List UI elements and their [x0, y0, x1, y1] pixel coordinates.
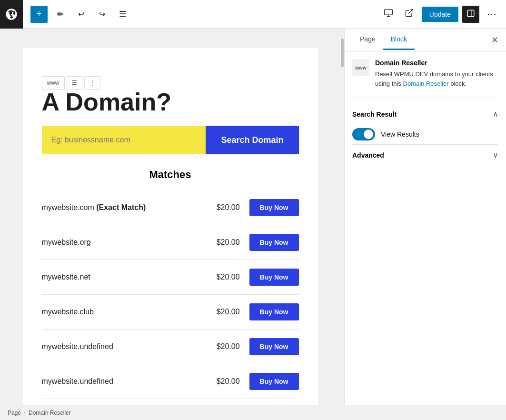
table-row: mywebsite.club $20.00 Buy Now: [42, 295, 299, 330]
search-domain-button[interactable]: Search Domain: [206, 126, 298, 154]
block-toolbar: www ☰ ⋮: [42, 76, 100, 90]
align-icon: ☰: [72, 80, 77, 86]
block-align-button[interactable]: ☰: [67, 76, 82, 90]
table-row: mywebsite.org $20.00 Buy Now: [42, 225, 299, 260]
domain-list: mywebsite.com (Exact Match) $20.00 Buy N…: [42, 190, 299, 405]
breadcrumb-separator: ›: [24, 410, 26, 416]
breadcrumb-item: Domain Reseller: [29, 410, 71, 416]
menu-button[interactable]: ☰: [114, 6, 131, 23]
undo-icon: ↩: [78, 10, 84, 19]
add-block-button[interactable]: +: [30, 6, 48, 23]
reseller-desc: Resell WPMU DEV domains to your clients …: [375, 70, 498, 88]
edit-button[interactable]: ✏: [51, 6, 69, 23]
menu-icon: ☰: [119, 9, 127, 20]
redo-icon: ↪: [99, 10, 105, 19]
table-row: mywebsite.undefined $20.00 Buy Now: [42, 399, 299, 405]
table-row: mywebsite.com (Exact Match) $20.00 Buy N…: [42, 190, 299, 225]
toolbar: + ✏ ↩ ↪ ☰ Update ⋯: [0, 0, 506, 29]
buy-now-button[interactable]: Buy Now: [249, 234, 299, 251]
svg-rect-4: [467, 10, 474, 17]
scrollbar[interactable]: [340, 29, 344, 405]
svg-rect-0: [385, 10, 393, 15]
sidebar-close-button[interactable]: ✕: [491, 35, 498, 45]
reseller-info: Domain Reseller Resell WPMU DEV domains …: [375, 59, 498, 88]
view-button[interactable]: [380, 6, 397, 23]
domain-price: $20.00: [211, 377, 240, 386]
close-icon: ✕: [491, 35, 498, 45]
toggle-knob: [364, 130, 373, 139]
view-results-label: View Results: [381, 130, 419, 138]
table-row: mywebsite.net $20.00 Buy Now: [42, 260, 299, 295]
svg-line-3: [408, 10, 413, 14]
view-results-row: View Results: [352, 124, 498, 144]
breadcrumb-page: Page: [8, 410, 21, 416]
table-row: mywebsite.undefined $20.00 Buy Now: [42, 364, 299, 399]
advanced-title: Advanced: [352, 151, 493, 159]
wp-logo: [0, 0, 23, 29]
domain-name: mywebsite.net: [42, 273, 211, 281]
domain-input[interactable]: [42, 126, 206, 154]
sidebar-content: www Domain Reseller Resell WPMU DEV doma…: [345, 51, 506, 405]
more-options-button[interactable]: ⋯: [483, 6, 500, 23]
search-result-title: Search Result: [352, 110, 493, 118]
buy-now-button[interactable]: Buy Now: [249, 199, 299, 216]
buy-now-button[interactable]: Buy Now: [249, 269, 299, 286]
block-www-button[interactable]: www: [42, 76, 65, 90]
editor-inner: www ☰ ⋮ A Domain? Search Domain: [23, 48, 318, 405]
collapse-icon: ∧: [493, 110, 498, 119]
tab-block[interactable]: Block: [383, 30, 415, 50]
toolbar-right: Update ⋯: [380, 6, 500, 23]
domain-price: $20.00: [211, 273, 240, 281]
domain-title: A Domain?: [42, 88, 299, 116]
reseller-card: www Domain Reseller Resell WPMU DEV doma…: [352, 59, 498, 88]
domain-name: mywebsite.undefined: [42, 377, 211, 386]
table-row: mywebsite.undefined $20.00 Buy Now: [42, 330, 299, 364]
search-result-section-header[interactable]: Search Result ∧: [352, 104, 498, 124]
external-link-button[interactable]: [401, 6, 418, 23]
redo-button[interactable]: ↪: [93, 6, 110, 23]
domain-price: $20.00: [211, 203, 240, 212]
divider: [352, 98, 498, 98]
domain-name: mywebsite.org: [42, 238, 211, 247]
more-icon: ⋯: [487, 9, 497, 20]
undo-button[interactable]: ↩: [72, 6, 89, 23]
domain-price: $20.00: [211, 308, 240, 316]
sidebar-icon: [466, 9, 475, 20]
external-link-icon: [405, 8, 414, 20]
breadcrumb: Page › Domain Reseller: [0, 405, 506, 420]
editor-area[interactable]: www ☰ ⋮ A Domain? Search Domain: [0, 29, 340, 405]
buy-now-button[interactable]: Buy Now: [249, 303, 299, 320]
reseller-link[interactable]: Domain Reseller: [403, 80, 449, 87]
domain-price: $20.00: [211, 342, 240, 351]
view-results-toggle[interactable]: [352, 128, 375, 140]
advanced-section-header[interactable]: Advanced ∨: [352, 144, 498, 165]
update-button[interactable]: Update: [422, 7, 458, 22]
www-icon: www: [352, 59, 369, 76]
right-sidebar: Page Block ✕ www Domain Reseller Resell …: [344, 29, 506, 405]
tab-page[interactable]: Page: [352, 30, 383, 50]
matches-title: Matches: [42, 169, 299, 181]
buy-now-button[interactable]: Buy Now: [249, 373, 299, 390]
monitor-icon: [384, 8, 393, 20]
more-icon: ⋮: [89, 80, 95, 86]
block-more-button[interactable]: ⋮: [84, 76, 100, 90]
main-layout: www ☰ ⋮ A Domain? Search Domain: [0, 29, 506, 405]
domain-name: mywebsite.com (Exact Match): [42, 203, 211, 212]
domain-name: mywebsite.club: [42, 308, 211, 316]
reseller-title: Domain Reseller: [375, 59, 498, 67]
domain-price: $20.00: [211, 238, 240, 247]
wordpress-icon: [5, 8, 18, 21]
sidebar-header: Page Block ✕: [345, 29, 506, 51]
buy-now-button[interactable]: Buy Now: [249, 338, 299, 355]
scroll-thumb[interactable]: [341, 39, 344, 67]
sidebar-toggle-button[interactable]: [462, 6, 479, 23]
pencil-icon: ✏: [57, 9, 64, 20]
domain-name: mywebsite.undefined: [42, 342, 211, 351]
search-row: Search Domain: [42, 126, 299, 154]
expand-icon: ∨: [493, 150, 498, 160]
